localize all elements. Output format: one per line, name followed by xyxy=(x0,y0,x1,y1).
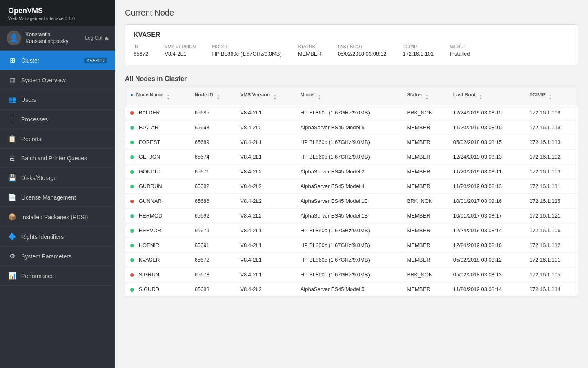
table-row[interactable]: GEFJON 65674 V8.4-2L1 HP BL860c (1.67GHz… xyxy=(125,150,578,164)
col-tcpip[interactable]: TCP/IP ▲▼ xyxy=(525,88,578,105)
cell-last-boot: 05/02/2018 03:08:12 xyxy=(448,253,525,267)
table-row[interactable]: FOREST 65689 V8.4-2L1 HP BL860c (1.67GHz… xyxy=(125,135,578,150)
table-row[interactable]: SIGURD 65688 V8.4-2L2 AlphaServer ES45 M… xyxy=(125,282,578,297)
table-row[interactable]: HERVOR 65679 V8.4-2L1 HP BL860c (1.67GHz… xyxy=(125,223,578,238)
cell-vms-version: V8.4-2L1 xyxy=(235,150,295,164)
cluster-badge: KVASER xyxy=(84,58,107,63)
cell-node-name: SIGURD xyxy=(125,282,190,297)
webui-label: WebUI xyxy=(450,44,470,49)
person-icon: 👤 xyxy=(9,34,18,43)
page-title: Current Node xyxy=(125,8,578,18)
cell-status: BRK_NON xyxy=(402,105,448,120)
col-last-boot[interactable]: Last Boot ▲▼ xyxy=(448,88,525,105)
cell-status: MEMBER xyxy=(402,209,448,223)
table-row[interactable]: GUDRUN 65682 V8.4-2L2 AlphaServer ES45 M… xyxy=(125,179,578,194)
table-row[interactable]: GONDUL 65671 V8.4-2L2 AlphaServer ES45 M… xyxy=(125,164,578,179)
cell-tcpip: 172.16.1.112 xyxy=(525,238,578,253)
avatar: 👤 xyxy=(7,31,21,45)
node-name-value: SIGRUN xyxy=(139,272,160,278)
sidebar-item-performance[interactable]: 📊 Performance xyxy=(0,266,115,286)
node-name-value: SIGURD xyxy=(139,286,160,292)
model-label: Model xyxy=(212,44,282,49)
table-row[interactable]: KVASER 65672 V8.4-2L1 HP BL860c (1.67GHz… xyxy=(125,253,578,267)
field-tcpip: TCP/IP 172.16.1.101 xyxy=(403,44,434,57)
app-header: OpenVMS Web Management Interface 0.1.0 xyxy=(0,0,115,26)
cell-status: MEMBER xyxy=(402,238,448,253)
cluster-icon: ⊞ xyxy=(8,56,16,64)
col-model[interactable]: Model ▲▼ xyxy=(296,88,402,105)
table-row[interactable]: HERMOD 65692 V8.4-2L2 AlphaServer ES45 M… xyxy=(125,209,578,223)
col-node-id[interactable]: Node ID ▲▼ xyxy=(190,88,236,105)
cell-status: MEMBER xyxy=(402,135,448,150)
node-name-value: HOENIR xyxy=(139,242,160,248)
sidebar-item-batch-printer-queues[interactable]: 🖨 Batch and Printer Queues xyxy=(0,149,115,168)
field-model: Model HP BL860c (1.67GHz/9.0MB) xyxy=(212,44,282,57)
node-name-value: GONDUL xyxy=(139,168,162,175)
sidebar-item-disks-storage[interactable]: 💾 Disks/Storage xyxy=(0,168,115,188)
cell-last-boot: 11/20/2019 03:08:15 xyxy=(448,120,525,135)
sidebar-item-packages-label: Installed Packages (PCSI) xyxy=(21,214,88,220)
cell-model: HP BL860c (1.67GHz/9.0MB) xyxy=(296,105,402,120)
cell-node-name: HERVOR xyxy=(125,223,190,238)
cell-node-name: GUDRUN xyxy=(125,179,190,194)
sidebar-item-license-management[interactable]: 📄 License Management xyxy=(0,188,115,207)
status-dot xyxy=(130,126,134,130)
table-row[interactable]: SIGRUN 65678 V8.4-2L1 HP BL860c (1.67GHz… xyxy=(125,267,578,282)
sidebar-item-rights-identifiers[interactable]: 🔷 Rights Identifiers xyxy=(0,227,115,247)
col-vms-version[interactable]: VMS Version ▲▼ xyxy=(235,88,295,105)
sidebar-item-system-parameters[interactable]: ⚙ System Parameters xyxy=(0,247,115,266)
table-row[interactable]: HOENIR 65691 V8.4-2L1 HP BL860c (1.67GHz… xyxy=(125,238,578,253)
node-name-value: FOREST xyxy=(139,139,160,145)
sidebar-item-installed-packages[interactable]: 📦 Installed Packages (PCSI) xyxy=(0,207,115,227)
sidebar-item-reports[interactable]: 📋 Reports xyxy=(0,129,115,149)
cell-status: MEMBER xyxy=(402,164,448,179)
current-node-card: KVASER ID 65672 VMS Version V8.4-2L1 Mod… xyxy=(125,24,578,65)
node-name-sort: ▲▼ xyxy=(167,94,170,101)
cell-vms-version: V8.4-2L1 xyxy=(235,253,295,267)
model-value: HP BL860c (1.67GHz/9.0MB) xyxy=(212,51,282,57)
node-name-value: GUDRUN xyxy=(139,183,162,189)
processes-icon: ☰ xyxy=(8,115,16,123)
cell-status: MEMBER xyxy=(402,223,448,238)
cell-model: HP BL860c (1.67GHz/9.0MB) xyxy=(296,238,402,253)
cell-tcpip: 172.16.1.106 xyxy=(525,223,578,238)
sidebar-item-processes[interactable]: ☰ Processes xyxy=(0,110,115,129)
current-node-name: KVASER xyxy=(134,31,570,38)
cell-vms-version: V8.4-2L1 xyxy=(235,267,295,282)
parameters-icon: ⚙ xyxy=(8,252,16,260)
col-status[interactable]: Status ▲▼ xyxy=(402,88,448,105)
node-name-value: GUNNAR xyxy=(139,198,162,204)
cell-model: HP BL860c (1.67GHz/9.0MB) xyxy=(296,135,402,150)
reports-icon: 📋 xyxy=(8,135,16,143)
vms-label: VMS Version xyxy=(165,44,196,49)
cell-vms-version: V8.4-2L2 xyxy=(235,164,295,179)
cell-model: AlphaServer ES45 Model 5 xyxy=(296,282,402,297)
cell-tcpip: 172.16.1.101 xyxy=(525,253,578,267)
sidebar-item-users[interactable]: 👥 Users xyxy=(0,90,115,110)
status-dot xyxy=(130,273,134,277)
cell-model: AlphaServer ES45 Model 6 xyxy=(296,120,402,135)
table-row[interactable]: BALDER 65685 V8.4-2L1 HP BL860c (1.67GHz… xyxy=(125,105,578,120)
last-boot-value: 05/02/2018 03:08:12 xyxy=(338,51,386,57)
cell-last-boot: 11/20/2019 03:08:14 xyxy=(448,282,525,297)
cell-vms-version: V8.4-2L2 xyxy=(235,179,295,194)
status-dot xyxy=(130,244,134,247)
table-row[interactable]: FJALAR 65693 V8.4-2L2 AlphaServer ES45 M… xyxy=(125,120,578,135)
sidebar-item-disks-label: Disks/Storage xyxy=(21,175,57,181)
status-dot xyxy=(130,141,134,144)
cell-model: AlphaServer ES45 Model 1B xyxy=(296,194,402,209)
tcpip-value: 172.16.1.101 xyxy=(403,51,434,57)
cell-last-boot: 11/20/2019 03:08:13 xyxy=(448,179,525,194)
table-row[interactable]: GUNNAR 65686 V8.4-2L2 AlphaServer ES45 M… xyxy=(125,194,578,209)
cell-node-id: 65685 xyxy=(190,105,236,120)
sidebar-item-cluster[interactable]: ⊞ Cluster KVASER xyxy=(0,51,115,70)
vms-sort: ▲▼ xyxy=(273,94,276,101)
cell-tcpip: 172.16.1.114 xyxy=(525,282,578,297)
cell-tcpip: 172.16.1.115 xyxy=(525,194,578,209)
cell-tcpip: 172.16.1.121 xyxy=(525,209,578,223)
sidebar-item-system-overview[interactable]: ▦ System Overview xyxy=(0,70,115,90)
col-node-name[interactable]: ● Node Name ▲▼ xyxy=(125,88,190,105)
packages-icon: 📦 xyxy=(8,213,16,221)
nav-menu: ⊞ Cluster KVASER ▦ System Overview 👥 Use… xyxy=(0,51,115,286)
logout-button[interactable]: Log Out ⏏ xyxy=(85,35,109,41)
